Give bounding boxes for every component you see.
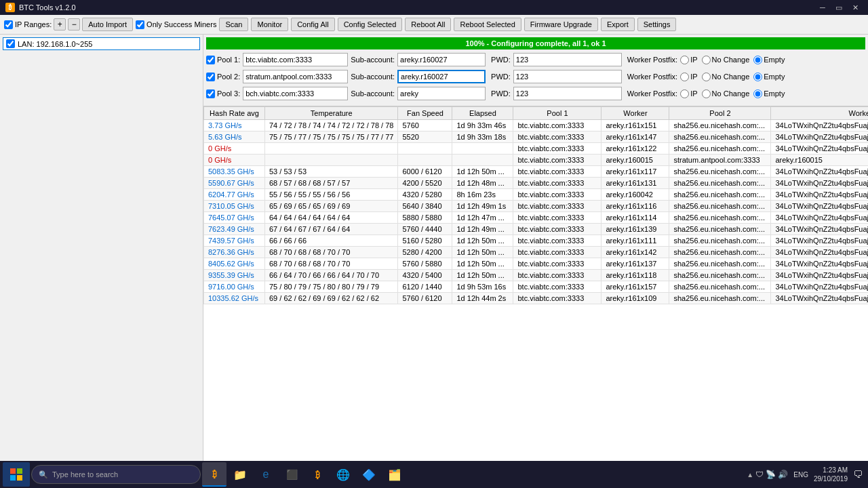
lan-entry[interactable]: LAN: 192.168.1.0~255 [3, 37, 200, 50]
table-row[interactable]: 8405.62 GH/s 68 / 70 / 68 / 68 / 70 / 70… [204, 258, 869, 270]
cell-worker2: 34LoTWxihQnZ2tu4qbsFuajE1GHAE6RD19.r16-2… [771, 281, 868, 293]
table-row[interactable]: 9355.39 GH/s 66 / 64 / 70 / 66 / 66 / 64… [204, 270, 869, 281]
pool2-radio-ip[interactable]: IP [680, 73, 697, 81]
table-row[interactable]: 3.73 GH/s 74 / 72 / 78 / 74 / 74 / 72 / … [204, 120, 869, 131]
table-row[interactable]: 7623.49 GH/s 67 / 64 / 67 / 67 / 64 / 64… [204, 224, 869, 235]
header-worker2[interactable]: Worker [771, 107, 868, 120]
pool2-radio-empty[interactable]: Empty [753, 73, 785, 81]
config-selected-button[interactable]: Config Selected [338, 18, 403, 31]
cell-elapsed: 1d 9h 33m 46s [452, 120, 513, 131]
close-button[interactable]: ✕ [848, 1, 863, 14]
taskbar-app-chrome[interactable]: 🌐 [331, 462, 355, 487]
cell-pool1: btc.viabtc.com:3333 [513, 120, 601, 131]
start-button[interactable] [3, 462, 30, 487]
pool1-checkbox[interactable] [206, 56, 215, 64]
table-row[interactable]: 5590.67 GH/s 68 / 57 / 68 / 68 / 57 / 57… [204, 178, 869, 189]
table-row[interactable]: 7645.07 GH/s 64 / 64 / 64 / 64 / 64 / 64… [204, 212, 869, 224]
miners-table-container[interactable]: Hash Rate avg Temperature Fan Speed Elap… [203, 106, 868, 461]
cell-elapsed: 1d 12h 50m ... [452, 258, 513, 270]
pool1-pwd-label: PWD: [491, 56, 511, 64]
ip-add-button[interactable]: + [54, 18, 66, 30]
taskbar-app-explorer[interactable]: 📁 [228, 462, 252, 487]
header-fan[interactable]: Fan Speed [398, 107, 452, 120]
taskbar-clock[interactable]: 1:23 AM 29/10/2019 [814, 466, 848, 483]
table-row[interactable]: 0 GH/s btc.viabtc.com:3333 areky.r161x12… [204, 143, 869, 155]
pool3-sub-input[interactable] [397, 87, 486, 100]
pool1-radio-group: IP No Change Empty [680, 56, 785, 64]
ip-ranges-checkbox[interactable] [4, 20, 13, 29]
cell-pool1: btc.viabtc.com:3333 [513, 235, 601, 247]
pool2-pwd-input[interactable] [513, 70, 622, 83]
taskbar-app-cmd[interactable]: ⬛ [279, 462, 304, 487]
cell-temp: 69 / 62 / 62 / 69 / 69 / 62 / 62 / 62 [265, 293, 398, 304]
lang-label[interactable]: ENG [793, 471, 808, 479]
ip-remove-button[interactable]: − [68, 18, 80, 30]
table-row[interactable]: 0 GH/s btc.viabtc.com:3333 areky.r160015… [204, 155, 869, 166]
only-success-checkbox[interactable] [136, 20, 144, 29]
table-row[interactable]: 5.63 GH/s 75 / 75 / 77 / 75 / 75 / 75 / … [204, 131, 869, 143]
header-hashrate[interactable]: Hash Rate avg [204, 107, 265, 120]
maximize-button[interactable]: ▭ [831, 1, 846, 14]
taskbar-search-box[interactable]: 🔍 Type here to search [31, 465, 201, 484]
cell-fan: 4200 / 5520 [398, 178, 452, 189]
table-row[interactable]: 7310.05 GH/s 65 / 69 / 65 / 65 / 69 / 69… [204, 201, 869, 212]
auto-import-button[interactable]: Auto Import [82, 18, 133, 31]
scan-button[interactable]: Scan [219, 18, 248, 31]
table-row[interactable]: 7439.57 GH/s 66 / 66 / 66 5160 / 5280 1d… [204, 235, 869, 247]
pool3-url-input[interactable] [243, 87, 348, 100]
app-icon: ₿ [5, 3, 15, 12]
tray-arrow[interactable]: ▲ [747, 471, 753, 479]
reboot-all-button[interactable]: Reboot All [405, 18, 451, 31]
settings-button[interactable]: Settings [637, 18, 677, 31]
taskbar-app-app3[interactable]: 🗂️ [382, 462, 407, 487]
cell-worker2: 34LoTWxihQnZ2tu4qbsFuajE1GHAE6RD19.r16-3… [771, 247, 868, 258]
lan-checkbox[interactable] [6, 39, 15, 48]
svg-rect-1 [17, 468, 22, 474]
cell-elapsed: 1d 12h 50m ... [452, 235, 513, 247]
pool2-worker-postfix: Worker Postfix: IP No Change Empty [627, 73, 785, 81]
pool1-radio-ip[interactable]: IP [680, 56, 697, 64]
cell-temp: 53 / 53 / 53 [265, 166, 398, 178]
cell-elapsed: 1d 9h 33m 18s [452, 131, 513, 143]
table-row[interactable]: 8276.36 GH/s 68 / 70 / 68 / 68 / 70 / 70… [204, 247, 869, 258]
pool3-radio-nochange[interactable]: No Change [702, 89, 750, 98]
pool3-pwd-input[interactable] [513, 87, 622, 100]
header-worker1[interactable]: Worker [601, 107, 669, 120]
firmware-upgrade-button[interactable]: Firmware Upgrade [524, 18, 598, 31]
cell-hashrate: 9355.39 GH/s [204, 270, 265, 281]
export-button[interactable]: Export [601, 18, 635, 31]
taskbar-app-app2[interactable]: 🔷 [357, 462, 381, 487]
notification-icon[interactable]: 🗨 [853, 469, 863, 480]
taskbar-app-btc2[interactable]: ₿ [305, 462, 330, 487]
header-temp[interactable]: Temperature [265, 107, 398, 120]
taskbar-app-ie[interactable]: e [254, 462, 278, 487]
cell-worker1: areky.r161x109 [601, 293, 669, 304]
pool2-url-input[interactable] [243, 70, 348, 83]
pool1-pwd-input[interactable] [513, 53, 622, 66]
pool2-checkbox[interactable] [206, 73, 215, 81]
pool1-sub-input[interactable] [397, 53, 486, 66]
cell-elapsed: 1d 12h 49m ... [452, 224, 513, 235]
pool2-radio-nochange[interactable]: No Change [702, 73, 750, 81]
minimize-button[interactable]: ─ [815, 1, 830, 14]
header-pool2[interactable]: Pool 2 [669, 107, 771, 120]
pool3-checkbox[interactable] [206, 89, 215, 98]
monitor-button[interactable]: Monitor [251, 18, 288, 31]
cell-fan [398, 155, 452, 166]
table-row[interactable]: 5083.35 GH/s 53 / 53 / 53 6000 / 6120 1d… [204, 166, 869, 178]
table-row[interactable]: 6204.77 GH/s 55 / 56 / 55 / 55 / 56 / 56… [204, 189, 869, 201]
pool1-url-input[interactable] [243, 53, 348, 66]
pool1-radio-empty[interactable]: Empty [753, 56, 785, 64]
pool3-radio-empty[interactable]: Empty [753, 89, 785, 98]
table-row[interactable]: 10335.62 GH/s 69 / 62 / 62 / 69 / 69 / 6… [204, 293, 869, 304]
taskbar-app-btctools[interactable]: ₿ [202, 462, 226, 487]
pool2-sub-input[interactable] [397, 70, 486, 83]
header-pool1[interactable]: Pool 1 [513, 107, 601, 120]
reboot-selected-button[interactable]: Reboot Selected [454, 18, 521, 31]
pool1-radio-nochange[interactable]: No Change [702, 56, 750, 64]
config-all-button[interactable]: Config All [291, 18, 334, 31]
table-row[interactable]: 9716.00 GH/s 75 / 80 / 79 / 75 / 80 / 80… [204, 281, 869, 293]
pool3-radio-ip[interactable]: IP [680, 89, 697, 98]
header-elapsed[interactable]: Elapsed [452, 107, 513, 120]
cell-elapsed: 1d 9h 53m 16s [452, 281, 513, 293]
